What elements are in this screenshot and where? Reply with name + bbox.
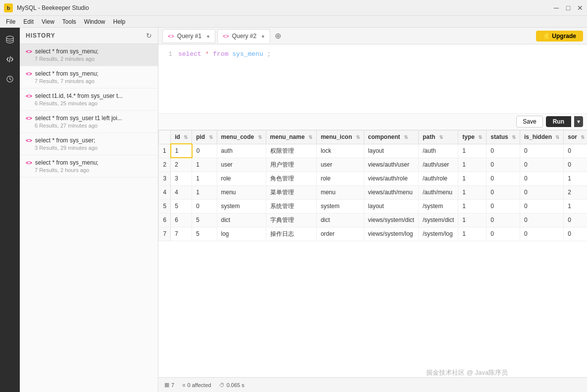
table-cell[interactable]: 6	[171, 213, 192, 227]
table-cell[interactable]: 1	[192, 172, 217, 185]
table-cell[interactable]: dict	[217, 213, 266, 227]
table-cell[interactable]: 5	[192, 213, 217, 227]
table-cell[interactable]: lock	[316, 144, 364, 158]
run-button[interactable]: Run	[546, 116, 571, 127]
table-cell[interactable]: /auth/menu	[418, 185, 458, 199]
table-cell[interactable]: 0	[192, 199, 217, 213]
table-cell[interactable]: 0	[520, 172, 564, 185]
table-cell[interactable]: 0	[520, 227, 564, 241]
menu-item-view[interactable]: View	[38, 17, 58, 26]
history-item[interactable]: <> select * from sys_menu; 7 Results, 2 …	[20, 155, 158, 177]
table-cell[interactable]: /system/log	[418, 227, 458, 241]
col-header-type[interactable]: type ⇅	[458, 131, 487, 144]
table-cell[interactable]: 2	[564, 185, 587, 199]
result-container[interactable]: id ⇅pid ⇅menu_code ⇅menu_name ⇅menu_icon…	[158, 130, 587, 377]
table-cell[interactable]: views/auth/user	[364, 158, 418, 172]
history-item[interactable]: <> select * from sys_user; 3 Results, 29…	[20, 133, 158, 155]
table-cell[interactable]: views/system/dict	[364, 213, 418, 227]
maximize-button[interactable]: □	[565, 5, 571, 11]
table-cell[interactable]: order	[316, 227, 364, 241]
col-header-is_hidden[interactable]: is_hidden ⇅	[520, 131, 564, 144]
minimize-button[interactable]: ─	[553, 5, 559, 11]
table-cell[interactable]: views/system/log	[364, 227, 418, 241]
table-row[interactable]: 665dict字典管理dictviews/system/dict/system/…	[159, 213, 587, 227]
history-item[interactable]: <> select * from sys_user t1 left joi...…	[20, 111, 158, 133]
menu-item-window[interactable]: Window	[80, 17, 109, 26]
table-cell[interactable]: role	[217, 172, 266, 185]
table-cell[interactable]: 1	[458, 199, 487, 213]
close-button[interactable]: ✕	[577, 5, 583, 11]
table-cell[interactable]: user	[217, 158, 266, 172]
table-cell[interactable]: 用户管理	[266, 158, 316, 172]
table-cell[interactable]: 0	[487, 199, 520, 213]
table-cell[interactable]: system	[217, 199, 266, 213]
table-cell[interactable]: 1	[192, 158, 217, 172]
table-cell[interactable]: 0	[487, 172, 520, 185]
table-cell[interactable]: 0	[520, 158, 564, 172]
table-cell[interactable]: 0	[520, 199, 564, 213]
table-cell[interactable]: 1	[458, 213, 487, 227]
table-cell[interactable]: 0	[487, 213, 520, 227]
table-cell[interactable]: 2	[171, 158, 192, 172]
table-cell[interactable]: 1	[458, 227, 487, 241]
table-cell[interactable]: 0	[520, 213, 564, 227]
table-cell[interactable]: 1	[564, 199, 587, 213]
history-item[interactable]: <> select * from sys_menu; 7 Results, 7 …	[20, 66, 158, 88]
table-cell[interactable]: 0	[564, 213, 587, 227]
code-content[interactable]: select * from sys_menu ;	[178, 50, 583, 107]
table-cell[interactable]: 0	[192, 144, 217, 158]
history-icon[interactable]	[2, 71, 18, 87]
tab2-close[interactable]: ●	[261, 33, 265, 39]
table-cell[interactable]: menu	[217, 185, 266, 199]
table-cell[interactable]: 1	[458, 144, 487, 158]
table-cell[interactable]: 1	[458, 185, 487, 199]
table-cell[interactable]: layout	[364, 144, 418, 158]
table-cell[interactable]: 4	[171, 185, 192, 199]
table-cell[interactable]: views/auth/menu	[364, 185, 418, 199]
table-cell[interactable]: 0	[564, 158, 587, 172]
table-row[interactable]: 441menu菜单管理menuviews/auth/menu/auth/menu…	[159, 185, 587, 199]
table-row[interactable]: 110auth权限管理locklayout/auth1000	[159, 144, 587, 158]
table-cell[interactable]: /auth	[418, 144, 458, 158]
tab-query1[interactable]: <> Query #1 ●	[162, 29, 215, 43]
menu-item-tools[interactable]: Tools	[58, 17, 80, 26]
history-item[interactable]: <> select * from sys_menu; 7 Results, 2 …	[20, 44, 158, 66]
table-cell[interactable]: 系统管理	[266, 199, 316, 213]
table-cell[interactable]: /auth/role	[418, 172, 458, 185]
table-cell[interactable]: system	[316, 199, 364, 213]
table-cell[interactable]: 0	[564, 227, 587, 241]
table-cell[interactable]: 5	[192, 227, 217, 241]
col-header-menu_icon[interactable]: menu_icon ⇅	[316, 131, 364, 144]
col-header-component[interactable]: component ⇅	[364, 131, 418, 144]
table-cell[interactable]: 角色管理	[266, 172, 316, 185]
table-cell[interactable]: 0	[487, 227, 520, 241]
add-tab-button[interactable]: ⊕	[272, 30, 284, 42]
col-header-sor[interactable]: sor ⇅	[564, 131, 587, 144]
save-button[interactable]: Save	[516, 116, 542, 128]
table-cell[interactable]: 5	[171, 199, 192, 213]
table-cell[interactable]: 1	[171, 144, 192, 158]
table-cell[interactable]: 操作日志	[266, 227, 316, 241]
table-row[interactable]: 775log操作日志orderviews/system/log/system/l…	[159, 227, 587, 241]
table-cell[interactable]: /system/dict	[418, 213, 458, 227]
table-row[interactable]: 331role角色管理roleviews/auth/role/auth/role…	[159, 172, 587, 185]
table-cell[interactable]: 权限管理	[266, 144, 316, 158]
table-cell[interactable]: user	[316, 158, 364, 172]
table-cell[interactable]: 0	[487, 144, 520, 158]
refresh-button[interactable]: ↻	[146, 32, 152, 40]
table-cell[interactable]: layout	[364, 199, 418, 213]
table-row[interactable]: 221user用户管理userviews/auth/user/auth/user…	[159, 158, 587, 172]
code-icon[interactable]	[2, 51, 18, 67]
table-cell[interactable]: 0	[487, 158, 520, 172]
table-cell[interactable]: 0	[487, 185, 520, 199]
table-cell[interactable]: 1	[192, 185, 217, 199]
col-header-pid[interactable]: pid ⇅	[192, 131, 217, 144]
col-header-status[interactable]: status ⇅	[487, 131, 520, 144]
tab1-close[interactable]: ●	[206, 33, 210, 39]
table-cell[interactable]: 3	[171, 172, 192, 185]
table-cell[interactable]: 0	[520, 185, 564, 199]
table-cell[interactable]: 字典管理	[266, 213, 316, 227]
table-cell[interactable]: 0	[564, 144, 587, 158]
table-cell[interactable]: /auth/user	[418, 158, 458, 172]
table-cell[interactable]: /system	[418, 199, 458, 213]
